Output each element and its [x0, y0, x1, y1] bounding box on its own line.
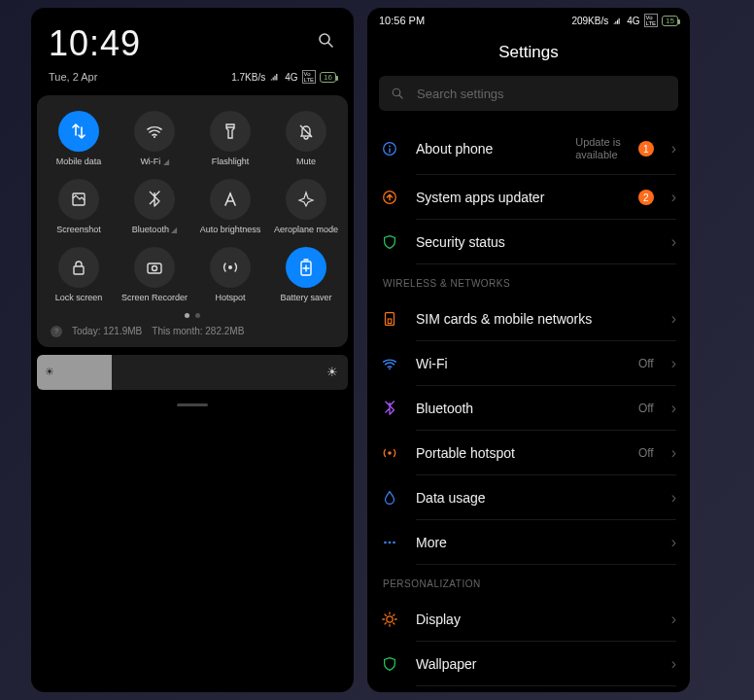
shield-icon [381, 233, 398, 251]
row-label: Security status [416, 234, 654, 250]
row-value: Off [638, 446, 654, 460]
clock: 10:56 PM [379, 15, 425, 26]
tile-label: Mute [296, 158, 316, 167]
tile-label: Screen Recorder [121, 294, 188, 303]
tile-label: Bluetooth ◢ [132, 226, 177, 235]
row-label: SIM cards & mobile networks [416, 311, 654, 327]
bluetooth-icon [134, 179, 175, 220]
tile-letter-a[interactable]: Auto brightness [194, 179, 266, 235]
search-icon [391, 87, 405, 101]
bluetooth-icon [381, 400, 398, 417]
page-dot-active [185, 313, 189, 318]
tile-label: Flashlight [212, 158, 250, 167]
wifi-icon [134, 111, 175, 152]
tile-wifi[interactable]: Wi-Fi ◢ [119, 111, 190, 167]
camera-icon [134, 247, 175, 288]
flashlight-icon [210, 111, 251, 152]
row-wi-fi[interactable]: Wi-FiOff› [367, 341, 690, 386]
brightness-high-icon: ☀ [326, 365, 338, 379]
drag-handle[interactable] [177, 403, 208, 406]
tile-label: Aeroplane mode [274, 226, 338, 235]
plane-icon [286, 179, 326, 220]
search-icon[interactable] [317, 31, 336, 51]
volte-badge: VoLTE [644, 14, 659, 27]
row-value: Off [638, 357, 654, 370]
quick-settings-screen: 10:49 Tue, 2 Apr 1.7KB/s 4G VoLTE 16 Mob… [31, 8, 354, 692]
row-portable-hotspot[interactable]: Portable hotspotOff› [367, 431, 690, 475]
tile-hotspot[interactable]: Hotspot [194, 247, 266, 303]
row-label: Wi-Fi [416, 356, 621, 371]
signal-icon [612, 16, 623, 26]
tile-label: Mobile data [56, 158, 102, 167]
tile-plane[interactable]: Aeroplane mode [270, 179, 342, 235]
tile-label: Wi-Fi ◢ [140, 158, 168, 167]
tile-lock[interactable]: Lock screen [43, 247, 115, 303]
row-system-apps-updater[interactable]: System apps updater2› [367, 175, 690, 220]
tile-bluetooth[interactable]: Bluetooth ◢ [119, 179, 190, 235]
wifi-icon [381, 355, 398, 372]
settings-screen: 10:56 PM 209KB/s 4G VoLTE 15 Settings Se… [367, 8, 690, 692]
row-label: Wallpaper [416, 656, 654, 672]
row-wallpaper[interactable]: Wallpaper› [367, 642, 690, 686]
net-type: 4G [627, 16, 639, 26]
letter-a-icon [210, 179, 251, 220]
tile-bell-off[interactable]: Mute [270, 111, 342, 167]
row-label: Bluetooth [416, 401, 621, 416]
row-value: Off [638, 402, 654, 415]
net-speed: 209KB/s [571, 16, 608, 26]
row-more[interactable]: More› [367, 520, 690, 565]
row-about-phone[interactable]: About phoneUpdate is available1› [367, 122, 690, 175]
row-data-usage[interactable]: Data usage› [367, 475, 690, 520]
chevron-right-icon: › [671, 444, 676, 462]
tile-label: Screenshot [56, 226, 101, 235]
row-label: Display [416, 612, 654, 627]
tile-flashlight[interactable]: Flashlight [194, 111, 266, 167]
section-header-personalization: PERSONALIZATION [367, 565, 690, 597]
search-input[interactable]: Search settings [379, 76, 678, 111]
net-speed: 1.7KB/s [231, 72, 265, 83]
page-indicator[interactable] [43, 313, 342, 318]
chevron-right-icon: › [671, 233, 676, 251]
section-header-wireless: WIRELESS & NETWORKS [367, 264, 690, 297]
brightness-slider[interactable]: ☀ ☀ [37, 355, 348, 390]
search-placeholder: Search settings [417, 87, 504, 101]
page-dot [195, 313, 200, 318]
tile-screenshot[interactable]: Screenshot [43, 179, 115, 235]
tile-arrows-updown[interactable]: Mobile data [43, 111, 115, 167]
dots-icon [381, 534, 398, 551]
row-label: About phone [416, 141, 558, 157]
hotspot-icon [210, 247, 251, 288]
chevron-right-icon: › [671, 611, 676, 628]
tile-battery-plus[interactable]: Battery saver [270, 247, 342, 303]
row-meta: Update is available [575, 136, 620, 161]
tile-label: Hotspot [215, 294, 245, 303]
row-display[interactable]: Display› [367, 597, 690, 642]
hotspot-icon [381, 444, 398, 462]
clock: 10:49 [49, 23, 141, 64]
row-bluetooth[interactable]: BluetoothOff› [367, 386, 690, 431]
chevron-right-icon: › [671, 140, 676, 158]
row-sim-cards-mobile-networks[interactable]: SIM cards & mobile networks› [367, 297, 690, 341]
volte-badge: VoLTE [302, 70, 317, 84]
row-label: Portable hotspot [416, 445, 621, 461]
battery-plus-icon [286, 247, 326, 288]
battery-indicator: 15 [662, 16, 678, 26]
chevron-right-icon: › [671, 400, 676, 417]
page-title: Settings [367, 33, 690, 76]
row-label: Data usage [416, 490, 654, 506]
status-indicators: 1.7KB/s 4G VoLTE 16 [231, 70, 336, 84]
net-type: 4G [285, 72, 297, 83]
sim-icon [381, 310, 398, 328]
notification-badge: 2 [638, 190, 654, 205]
tile-camera[interactable]: Screen Recorder [119, 247, 190, 303]
drop-icon [381, 489, 398, 507]
data-usage-row[interactable]: ? Today: 121.9MB This month: 282.2MB [43, 326, 342, 337]
shield-icon [381, 655, 398, 673]
tile-label: Battery saver [280, 294, 331, 303]
chevron-right-icon: › [671, 655, 676, 673]
row-label: More [416, 535, 654, 550]
lock-icon [58, 247, 99, 288]
arrows-updown-icon [58, 111, 99, 152]
row-security-status[interactable]: Security status› [367, 220, 690, 264]
battery-indicator: 16 [320, 72, 336, 83]
